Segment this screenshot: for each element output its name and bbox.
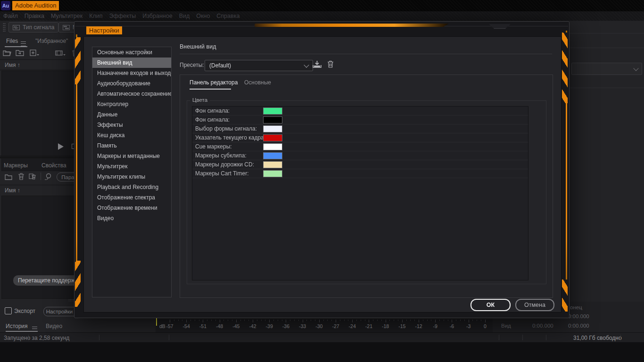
meter-tick bbox=[402, 320, 403, 322]
ok-button[interactable]: ОК bbox=[471, 299, 511, 311]
dialog-category-item[interactable]: Основные настройки bbox=[92, 47, 171, 58]
color-swatch[interactable] bbox=[263, 107, 282, 115]
dialog-title: Настройки bbox=[86, 26, 122, 34]
menu-item[interactable]: Клип bbox=[86, 13, 106, 19]
dialog-category-item[interactable]: Playback and Recording bbox=[92, 182, 171, 192]
dialog-category-item[interactable]: Память bbox=[92, 140, 171, 151]
files-menu-icon[interactable] bbox=[21, 41, 26, 46]
menu-item[interactable]: Правка bbox=[21, 13, 48, 19]
resize-grip[interactable] bbox=[68, 299, 74, 302]
dialog-category-item[interactable]: Кеш диска bbox=[92, 130, 171, 140]
meter-tick-label: -9 bbox=[433, 323, 438, 329]
color-swatch[interactable] bbox=[263, 170, 282, 177]
dialog-category-item[interactable]: Отображение спектра bbox=[92, 192, 171, 203]
media-browser-icon[interactable] bbox=[55, 49, 66, 58]
preset-value: (Default) bbox=[209, 62, 231, 69]
tab-markers[interactable]: Маркеры bbox=[4, 162, 28, 169]
color-row: Cue маркеры: bbox=[192, 142, 528, 151]
meter-tick-label: -36 bbox=[282, 323, 289, 329]
dialog-corner-chevrons bbox=[562, 280, 568, 312]
tab-history[interactable]: История bbox=[6, 323, 28, 329]
color-row: Указатель текущего кадра: bbox=[192, 133, 528, 142]
dialog-category-item[interactable]: Отображение времени bbox=[92, 203, 171, 213]
meter-scale: -57-54-51-48-45-42-39-36-33-30-27-24-21-… bbox=[156, 319, 493, 332]
delete-preset-icon[interactable] bbox=[327, 60, 334, 70]
markers-name-column[interactable]: Имя ↑ bbox=[5, 187, 20, 194]
dialog-category-item[interactable]: Эффекты bbox=[92, 120, 171, 130]
meter-tick bbox=[236, 320, 237, 322]
cancel-button[interactable]: Отмена bbox=[515, 299, 554, 311]
files-tab-underline bbox=[5, 46, 27, 47]
presets-label: Пресеты: bbox=[180, 62, 204, 68]
export-checkbox[interactable] bbox=[5, 307, 12, 314]
colors-table: Фон сигнала:Фон сигнала:Выбор формы сигн… bbox=[192, 106, 528, 280]
dialog-category-item[interactable]: Автоматическое сохранение bbox=[92, 89, 171, 99]
dialog-tab[interactable]: Основные bbox=[244, 79, 271, 86]
meter-tick bbox=[485, 320, 486, 322]
color-row-label: Cue маркеры: bbox=[195, 142, 232, 151]
meter-tick-label: -42 bbox=[249, 323, 256, 329]
tab-properties[interactable]: Свойства bbox=[41, 162, 66, 169]
zoom-marker-icon[interactable] bbox=[44, 173, 52, 182]
meter-tick bbox=[319, 320, 320, 322]
color-swatch[interactable] bbox=[263, 152, 282, 159]
color-row: Выбор формы сигнала: bbox=[192, 124, 528, 133]
meter-tick-label: -48 bbox=[216, 323, 223, 329]
markers-folder-icon[interactable] bbox=[5, 173, 13, 182]
view-end-value: 0:00.000 bbox=[568, 323, 589, 329]
tab-files[interactable]: Files bbox=[6, 38, 18, 44]
color-row-label: Маркеры субклипа: bbox=[195, 151, 247, 160]
meter-tick bbox=[303, 320, 303, 322]
delete-marker-icon[interactable] bbox=[18, 173, 25, 182]
import-file-icon[interactable] bbox=[16, 49, 24, 58]
tab-favorites[interactable]: "Избранное" bbox=[35, 38, 68, 44]
menu-item[interactable]: Избранное bbox=[139, 13, 175, 19]
dialog-category-item[interactable]: Аудиооборудование bbox=[92, 78, 171, 89]
markers-list[interactable]: Перетащите поддержива bbox=[1, 196, 76, 299]
dialog-corner-chevrons bbox=[75, 261, 81, 307]
meter-tick-label: -57 bbox=[166, 323, 173, 329]
appearance-tabbox: Панель редактораОсновные Цвета Фон сигна… bbox=[180, 74, 553, 298]
dialog-category-item[interactable]: Данные bbox=[92, 109, 171, 120]
dialog-category-list: Основные настройкиВнешний видНазначение … bbox=[92, 47, 172, 297]
menu-item[interactable]: Окно bbox=[193, 13, 213, 19]
dialog-category-item[interactable]: Внешний вид bbox=[92, 58, 171, 68]
menu-item[interactable]: Файл bbox=[0, 13, 21, 19]
dialog-category-item[interactable]: Назначение входов и выходов bbox=[92, 68, 171, 78]
meter-tick-label: -33 bbox=[299, 323, 306, 329]
meter-tick bbox=[253, 320, 253, 322]
meter-tick bbox=[452, 320, 452, 322]
color-swatch[interactable] bbox=[263, 125, 282, 132]
play-button[interactable] bbox=[58, 143, 64, 150]
files-name-column[interactable]: Имя ↑ bbox=[5, 62, 20, 68]
tab-video[interactable]: Видео bbox=[46, 323, 62, 329]
menu-item[interactable]: Справка bbox=[213, 13, 243, 19]
dialog-tab[interactable]: Панель редактора bbox=[190, 79, 238, 86]
meter-tick bbox=[419, 320, 419, 322]
dialog-category-item[interactable]: Маркеры и метаданные bbox=[92, 151, 171, 161]
meter-tick bbox=[386, 320, 386, 322]
save-preset-icon[interactable] bbox=[313, 60, 322, 70]
right-panel-dropdown[interactable] bbox=[571, 63, 642, 75]
color-swatch[interactable] bbox=[263, 134, 282, 141]
dialog-category-item[interactable]: Мультитрек bbox=[92, 161, 171, 172]
dialog-category-item[interactable]: Видео bbox=[92, 213, 171, 223]
menu-item[interactable]: Эффекты bbox=[106, 13, 139, 19]
meter-tick bbox=[352, 320, 353, 322]
waveform-view-button[interactable]: Тип сигнала bbox=[8, 22, 58, 33]
color-swatch[interactable] bbox=[263, 116, 282, 123]
presets-dropdown[interactable]: (Default) bbox=[205, 60, 313, 71]
left-column: Files "Избранное" Имя ↑ Маркеры Свойства bbox=[0, 34, 78, 319]
color-swatch[interactable] bbox=[263, 143, 282, 150]
merge-markers-icon[interactable] bbox=[29, 173, 36, 182]
menu-item[interactable]: Вид bbox=[176, 13, 193, 19]
end-value: 0:00.000 bbox=[568, 313, 589, 319]
color-swatch[interactable] bbox=[263, 161, 282, 168]
dialog-category-item[interactable]: Контроллер bbox=[92, 99, 171, 109]
toolbar-grip[interactable] bbox=[3, 23, 6, 32]
new-item-icon[interactable] bbox=[30, 49, 39, 58]
open-folder-icon[interactable] bbox=[3, 49, 11, 58]
menu-item[interactable]: Мультитрек bbox=[48, 13, 86, 19]
window-titlebar: Au Adobe Audition bbox=[0, 0, 644, 11]
dialog-category-item[interactable]: Мультитрек клипы bbox=[92, 172, 171, 182]
